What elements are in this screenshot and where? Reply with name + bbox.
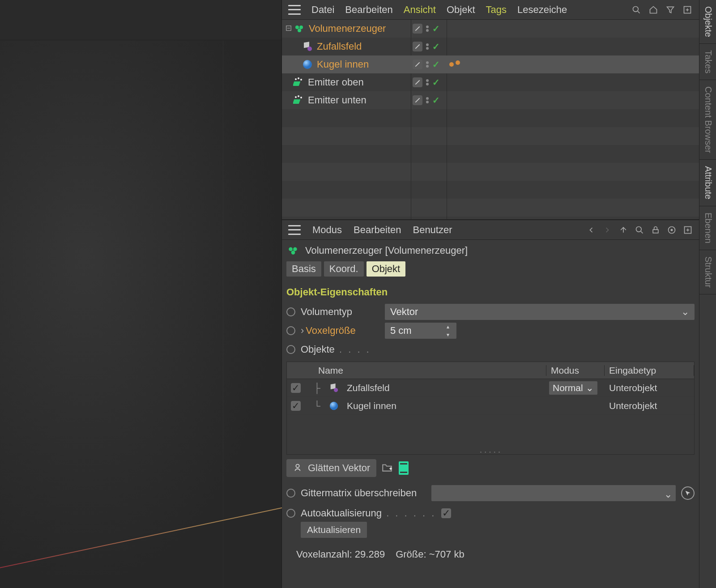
- tree-row-volumenerzeuger[interactable]: Volumenerzeuger ✓: [282, 20, 699, 38]
- lock-icon[interactable]: [651, 225, 661, 235]
- col-modus[interactable]: Modus: [546, 365, 605, 376]
- anim-ring-icon[interactable]: [286, 307, 295, 316]
- hamburger-icon[interactable]: [288, 225, 301, 235]
- layer-toggle-icon[interactable]: [413, 24, 422, 34]
- viewport[interactable]: [0, 0, 282, 588]
- gittermatrix-input[interactable]: ⌄: [431, 485, 676, 501]
- add-square-icon[interactable]: [683, 225, 693, 235]
- side-tab-struktur[interactable]: Struktur: [699, 250, 716, 294]
- filter-glaetten-vektor[interactable]: Glätten Vektor: [286, 459, 376, 477]
- tree-label: Volumenerzeuger: [309, 23, 386, 34]
- tree-row-emitter-unten[interactable]: Emitter unten ✓: [282, 91, 699, 109]
- attribute-tabs: Basis Koord. Objekt: [282, 261, 699, 279]
- resize-handle-icon[interactable]: • • • • •: [287, 450, 694, 454]
- search-icon[interactable]: [635, 225, 644, 235]
- autoaktualisierung-checkbox[interactable]: ✓: [441, 508, 451, 518]
- col-eingabetyp[interactable]: Eingabetyp: [605, 365, 694, 376]
- sphere-icon: [328, 400, 340, 412]
- layer-toggle-icon[interactable]: [413, 95, 422, 105]
- target-icon[interactable]: [667, 225, 677, 235]
- row-type: Unterobjekt: [605, 401, 694, 411]
- side-tab-ebenen[interactable]: Ebenen: [699, 206, 716, 250]
- visibility-dots-icon[interactable]: [426, 61, 429, 68]
- anim-ring-icon[interactable]: [286, 326, 295, 335]
- volumentyp-dropdown[interactable]: Vektor ⌄: [385, 304, 695, 320]
- anim-ring-icon[interactable]: [286, 489, 295, 498]
- voxelgroesse-input[interactable]: 5 cm ▴▾: [385, 323, 456, 339]
- menu-modus[interactable]: Modus: [312, 224, 342, 236]
- anim-ring-icon[interactable]: [286, 509, 295, 518]
- object-tree[interactable]: Volumenerzeuger ✓ Zufallsfeld: [282, 20, 699, 219]
- visibility-dots-icon[interactable]: [426, 26, 429, 32]
- layer-toggle-icon[interactable]: [413, 60, 422, 69]
- visibility-dots-icon[interactable]: [426, 97, 429, 103]
- col-name[interactable]: Name: [305, 365, 546, 376]
- pick-object-icon[interactable]: [681, 486, 695, 500]
- label-voxelgroesse[interactable]: ›Voxelgröße: [301, 325, 379, 337]
- aktualisieren-button[interactable]: Aktualisieren: [301, 522, 367, 538]
- tab-objekt[interactable]: Objekt: [367, 261, 406, 277]
- menu-bearbeiten-attr[interactable]: Bearbeiten: [354, 224, 401, 236]
- nav-back-icon[interactable]: [586, 225, 596, 235]
- enable-check-icon[interactable]: ✓: [432, 23, 440, 34]
- enable-check-icon[interactable]: ✓: [432, 59, 440, 70]
- table-row[interactable]: ✓ ├ Zufallsfeld Normal ⌄: [287, 379, 694, 397]
- anim-ring-icon[interactable]: [286, 345, 295, 354]
- svg-point-22: [671, 229, 672, 230]
- tree-row-kugel-innen[interactable]: Kugel innen ✓: [282, 55, 699, 73]
- spinner-icon[interactable]: ▴▾: [447, 324, 454, 338]
- enable-check-icon[interactable]: ✓: [432, 77, 440, 88]
- collapse-icon[interactable]: [286, 25, 293, 32]
- volume-builder-icon: [294, 23, 305, 34]
- tree-label: Zufallsfeld: [317, 41, 362, 52]
- menu-bearbeiten[interactable]: Bearbeiten: [345, 4, 392, 16]
- svg-point-16: [295, 96, 297, 98]
- nav-forward-icon: [602, 225, 612, 235]
- side-tab-takes[interactable]: Takes: [699, 44, 716, 80]
- menu-lesezeiche[interactable]: Lesezeiche: [517, 4, 567, 16]
- enable-check-icon[interactable]: ✓: [432, 95, 440, 106]
- tag-dot-icon[interactable]: [456, 60, 460, 65]
- menu-tags[interactable]: Tags: [486, 4, 507, 16]
- row-checkbox[interactable]: ✓: [291, 383, 301, 393]
- tab-koord[interactable]: Koord.: [324, 261, 364, 277]
- viewport-header: [0, 0, 281, 40]
- layer-toggle-icon[interactable]: [413, 77, 422, 87]
- viewport-canvas[interactable]: [0, 40, 281, 588]
- row-type: Unterobjekt: [605, 383, 694, 393]
- tree-row-emitter-oben[interactable]: Emitter oben ✓: [282, 73, 699, 91]
- menu-datei[interactable]: Datei: [311, 4, 334, 16]
- filter-icon[interactable]: [665, 4, 676, 15]
- side-tab-attribute[interactable]: Attribute: [699, 160, 716, 206]
- search-icon[interactable]: [631, 4, 642, 15]
- home-icon[interactable]: [648, 4, 659, 15]
- visibility-dots-icon[interactable]: [426, 79, 429, 85]
- side-tab-objekte[interactable]: Objekte: [699, 0, 716, 44]
- add-square-icon[interactable]: [682, 4, 693, 15]
- table-row[interactable]: ✓ └ Kugel innen Unterobjekt: [287, 397, 694, 415]
- enable-check-icon[interactable]: ✓: [432, 41, 440, 52]
- mode-dropdown[interactable]: Normal ⌄: [549, 381, 597, 395]
- hamburger-icon[interactable]: [288, 5, 301, 15]
- side-tab-content-browser[interactable]: Content Browser: [699, 80, 716, 160]
- tree-connector-icon: ├: [314, 383, 324, 393]
- tag-dot-icon[interactable]: [449, 62, 454, 67]
- svg-point-17: [298, 95, 299, 97]
- attribute-menubar: Modus Bearbeiten Benutzer: [282, 220, 699, 240]
- svg-point-5: [295, 26, 299, 29]
- svg-point-14: [300, 79, 302, 81]
- expand-arrow-icon[interactable]: ›: [301, 325, 304, 336]
- visibility-dots-icon[interactable]: [426, 43, 429, 50]
- menu-benutzer[interactable]: Benutzer: [413, 224, 452, 236]
- nav-up-icon[interactable]: [618, 225, 628, 235]
- tree-row-zufallsfeld[interactable]: Zufallsfeld ✓: [282, 38, 699, 55]
- row-checkbox[interactable]: ✓: [291, 401, 301, 411]
- menu-ansicht[interactable]: Ansicht: [404, 4, 436, 16]
- cache-icon[interactable]: [399, 461, 409, 475]
- folder-add-icon[interactable]: [381, 462, 394, 474]
- menu-objekt[interactable]: Objekt: [447, 4, 475, 16]
- side-tab-strip: Objekte Takes Content Browser Attribute …: [699, 0, 716, 588]
- info-row: Voxelanzahl: 29.289 Größe: ~707 kb: [286, 549, 695, 560]
- tab-basis[interactable]: Basis: [286, 261, 321, 277]
- layer-toggle-icon[interactable]: [413, 42, 422, 51]
